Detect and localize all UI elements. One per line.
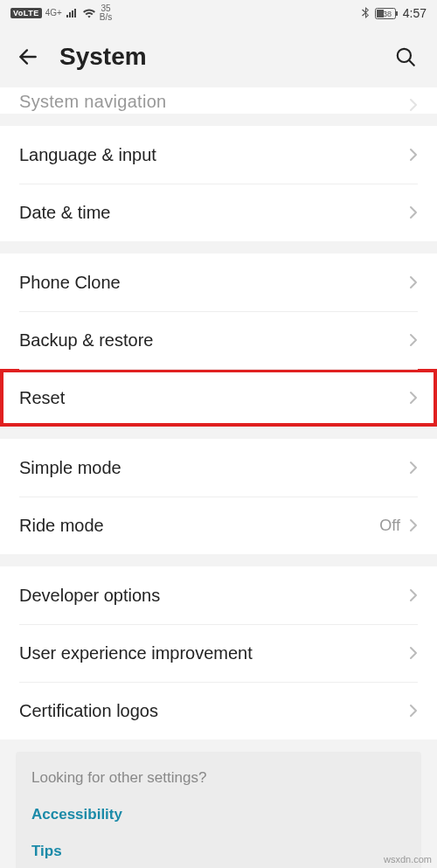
search-icon bbox=[394, 45, 417, 68]
chevron-right-icon bbox=[409, 588, 418, 602]
settings-group: Developer optionsUser experience improve… bbox=[0, 566, 437, 740]
settings-group: Language & inputDate & time bbox=[0, 126, 437, 241]
chevron-right-icon bbox=[409, 391, 418, 405]
row-label: Date & time bbox=[19, 203, 409, 223]
chevron-right-icon bbox=[409, 518, 418, 532]
app-header: System bbox=[0, 26, 437, 87]
wifi-icon bbox=[82, 8, 96, 18]
settings-row-developer-options[interactable]: Developer options bbox=[0, 566, 437, 624]
network-gen: 4G+ bbox=[45, 9, 62, 17]
row-label: Reset bbox=[19, 388, 409, 408]
settings-row-system-navigation[interactable]: System navigation bbox=[0, 87, 437, 114]
link-tips[interactable]: Tips bbox=[31, 843, 406, 860]
settings-row-user-experience-improvement[interactable]: User experience improvement bbox=[0, 624, 437, 682]
settings-row-reset[interactable]: Reset bbox=[0, 369, 437, 427]
status-right: 38 4:57 bbox=[362, 6, 427, 20]
row-label: Phone Clone bbox=[19, 273, 409, 293]
chevron-right-icon bbox=[409, 98, 418, 112]
clock: 4:57 bbox=[403, 6, 427, 20]
other-settings-card: Looking for other settings? Accessibilit… bbox=[16, 752, 421, 868]
row-label: Backup & restore bbox=[19, 330, 409, 351]
row-label: User experience improvement bbox=[19, 643, 409, 663]
net-speed: 35 B/s bbox=[100, 4, 112, 22]
chevron-right-icon bbox=[409, 461, 418, 475]
row-label: Developer options bbox=[19, 586, 409, 606]
search-button[interactable] bbox=[390, 41, 421, 73]
status-left: VoLTE 4G+ 35 B/s bbox=[10, 4, 112, 22]
row-label: Certification logos bbox=[19, 701, 409, 721]
svg-text:38: 38 bbox=[383, 10, 392, 18]
row-label: Simple mode bbox=[19, 458, 409, 478]
settings-group: Phone CloneBackup & restoreReset bbox=[0, 253, 437, 427]
settings-row-backup-restore[interactable]: Backup & restore bbox=[0, 311, 437, 369]
link-accessibility[interactable]: Accessibility bbox=[31, 806, 406, 823]
settings-row-phone-clone[interactable]: Phone Clone bbox=[0, 253, 437, 311]
chevron-right-icon bbox=[409, 275, 418, 289]
row-value: Off bbox=[379, 517, 400, 535]
chevron-right-icon bbox=[409, 205, 418, 219]
bluetooth-icon bbox=[362, 7, 370, 19]
back-button[interactable] bbox=[12, 41, 44, 73]
volte-badge: VoLTE bbox=[10, 8, 42, 18]
settings-row-ride-mode[interactable]: Ride modeOff bbox=[0, 496, 437, 554]
settings-row-date-time[interactable]: Date & time bbox=[0, 184, 437, 241]
other-settings-question: Looking for other settings? bbox=[31, 769, 406, 787]
page-title: System bbox=[59, 43, 390, 71]
settings-row-language-input[interactable]: Language & input bbox=[0, 126, 437, 184]
signal-icon bbox=[66, 8, 79, 18]
arrow-left-icon bbox=[17, 45, 39, 68]
row-label: System navigation bbox=[19, 92, 167, 112]
chevron-right-icon bbox=[409, 646, 418, 660]
settings-group: Simple modeRide modeOff bbox=[0, 439, 437, 554]
watermark: wsxdn.com bbox=[384, 854, 432, 865]
row-label: Language & input bbox=[19, 145, 409, 165]
row-label: Ride mode bbox=[19, 516, 379, 536]
chevron-right-icon bbox=[409, 704, 418, 718]
battery-icon: 38 bbox=[375, 8, 398, 19]
status-bar: VoLTE 4G+ 35 B/s 38 4:57 bbox=[0, 0, 437, 26]
settings-row-certification-logos[interactable]: Certification logos bbox=[0, 682, 437, 740]
svg-rect-1 bbox=[396, 11, 398, 16]
chevron-right-icon bbox=[409, 333, 418, 347]
chevron-right-icon bbox=[409, 148, 418, 162]
settings-row-simple-mode[interactable]: Simple mode bbox=[0, 439, 437, 496]
